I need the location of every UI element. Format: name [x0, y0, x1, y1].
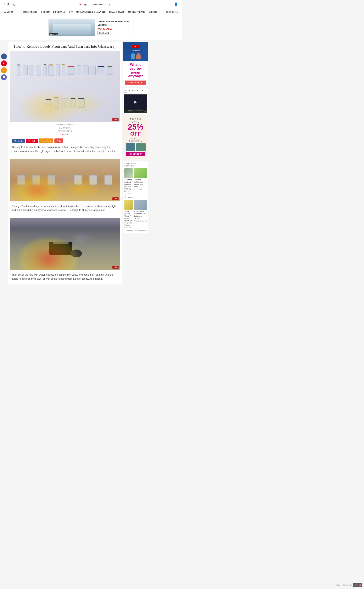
furniture-item-2 — [136, 143, 146, 151]
sidebar-pinterest-button[interactable]: P — [1, 60, 7, 66]
instagram-header-link[interactable]: ◎ — [12, 3, 15, 6]
share-email-button[interactable]: ✉ SHARE — [39, 138, 53, 143]
pin-button-hero[interactable]: Pinit — [112, 118, 119, 121]
heatmap-overlay-cooking — [10, 218, 120, 270]
nav-lifestyle[interactable]: LIFESTYLE — [53, 11, 65, 13]
sponsored-item-3[interactable]: Small Space? These 7 Decor Hacks Will Ke… — [124, 200, 133, 229]
sidebar-ad-cta[interactable]: LET US HELP — [125, 81, 146, 84]
ad-banner-container: JENN-AIR Create the Kitchen of Your Drea… — [0, 15, 182, 40]
sponsored-source-3: Chairish — [124, 227, 133, 229]
person-2 — [136, 53, 141, 59]
article-categories-label: CATEGORIES — [10, 130, 120, 132]
ad-brand: PACIFIC SALES — [98, 28, 131, 30]
ad-banner-text: Create the Kitchen of Your Dreams. PACIF… — [95, 19, 133, 36]
menu-button[interactable]: ☰ MENU — [4, 11, 13, 13]
facebook-header-link[interactable]: f — [4, 3, 5, 6]
user-account-icon[interactable]: 👤 — [174, 2, 178, 6]
article-title: How to Remove Labels From Jars (and Turn… — [10, 42, 120, 51]
video-section: AT VIDEO OF THE DAY ▶ ⏸ Loading ⛶ — [123, 88, 148, 114]
sidebar-escrow-ad[interactable]: AT Get Realtor® What's escrow mean anywa… — [123, 42, 148, 86]
west-elm-brand: west elm — [125, 118, 147, 120]
main-container: f P ✉ 💬 How to Remove Labels From Jars (… — [0, 40, 182, 286]
pinterest-header-link[interactable]: 𝗣 — [7, 3, 10, 6]
heatmap-overlay-hero — [10, 51, 120, 122]
share-count: ⬆ 19 — [54, 138, 63, 143]
search-icon: 🔍 — [175, 11, 178, 13]
nav-search[interactable]: SEARCH 🔍 — [166, 11, 178, 13]
partner-logo-text: Get Realtor® — [131, 49, 140, 51]
sponsored-img-2 — [134, 168, 147, 178]
sidebar-chat-button[interactable]: 💬 — [1, 74, 7, 80]
nav-design[interactable]: DESIGN — [41, 11, 50, 13]
logo-name: apartment therapy — [83, 3, 110, 6]
share-bar: f SHARE P Pin it ✉ SHARE ⬆ 19 — [10, 137, 120, 144]
article-para-3: Then cover the jars with water, squeeze … — [12, 273, 118, 281]
sidebar-email-button[interactable]: ✉ — [1, 67, 7, 73]
share-fb-label: SHARE — [15, 140, 23, 142]
video-play-icon: ▶ — [134, 99, 137, 104]
video-pause-button[interactable]: ⏸ — [125, 110, 127, 112]
sidebar-ad-image: AT Get Realtor® — [124, 42, 148, 61]
nav-marketplace[interactable]: MARKETPLACE — [128, 11, 145, 13]
west-elm-percent: 25% — [125, 123, 147, 131]
video-loading-text: Loading — [128, 110, 134, 112]
video-progress-bar[interactable] — [135, 110, 143, 111]
ad-logos: AT Get Realtor® — [131, 45, 141, 59]
article-body-2: Once you've finished a jar of whatever i… — [10, 203, 120, 216]
search-label: SEARCH — [166, 11, 175, 13]
west-elm-shop-button[interactable]: SHOP NOW — [126, 152, 145, 156]
article-author: by Edith Zimmerman — [56, 123, 74, 126]
west-elm-ad[interactable]: west elm UP TO 25% OFF SELECT FURNITURE … — [123, 116, 148, 160]
share-pinterest-button[interactable]: P Pin it — [26, 139, 38, 143]
sponsored-grid: Absolutely the Best Bedding I've Ever Sl… — [124, 168, 147, 229]
share-facebook-button[interactable]: f SHARE — [12, 139, 25, 143]
video-label: AT VIDEO OF THE DAY — [124, 89, 147, 94]
top-bar: f 𝗣 ◎ ❧ apartment therapy 👤 — [0, 0, 182, 9]
jenn-air-logo: JENN-AIR — [49, 33, 58, 35]
nav-videos[interactable]: VIDEOS — [149, 11, 158, 13]
ad-banner[interactable]: JENN-AIR Create the Kitchen of Your Drea… — [48, 19, 133, 36]
sponsored-item-4[interactable]: If You Own a Home You Are Entitled to $4… — [134, 200, 147, 229]
email-icon: ✉ — [41, 139, 43, 142]
share-pin-label: Pin it — [31, 140, 35, 142]
partner-logo-ad: Get Realtor® — [131, 48, 141, 52]
nav-bar: ☰ MENU HOUSE TOURS DESIGN LIFESTYLE DIY … — [0, 9, 182, 15]
sponsored-label: SPONSORED STORIES — [124, 163, 147, 167]
nav-organizing[interactable]: ORGANIZING & CLEANING — [76, 11, 106, 13]
sponsored-title-3: Small Space? These 7 Decor Hacks Will Ke… — [124, 211, 133, 226]
sponsored-item-1[interactable]: Absolutely the Best Bedding I've Ever Sl… — [124, 168, 133, 199]
sidebar-right: AT Get Realtor® What's escrow mean anywa… — [122, 42, 150, 285]
west-elm-select: SELECT FURNITURE — [125, 138, 147, 142]
article-para-2: Once you've finished a jar of whatever i… — [12, 204, 118, 213]
heatmap-overlay-process — [10, 159, 120, 201]
nav-house-tours[interactable]: HOUSE TOURS — [21, 11, 38, 13]
nav-realestate[interactable]: REAL ESTATE — [109, 11, 124, 13]
site-logo[interactable]: ❧ apartment therapy — [15, 2, 174, 7]
west-elm-furniture — [125, 143, 147, 151]
people-illustration — [131, 53, 141, 59]
sponsored-item-2[interactable]: We Tried HelloFresh: Here's How It Went … — [134, 168, 147, 199]
logo-icon: ❧ — [78, 2, 82, 7]
share-count-icon: ⬆ — [56, 139, 58, 142]
at-logo-ad: AT — [132, 45, 140, 48]
sponsored-source-4: financialdaily.org — [134, 220, 147, 222]
pin-button-cooking[interactable]: Pinit — [112, 266, 119, 269]
sidebar-facebook-button[interactable]: f — [1, 53, 7, 59]
sponsored-img-3 — [124, 200, 133, 210]
ad-banner-image: JENN-AIR — [49, 19, 95, 36]
at-logo-text: AT — [135, 45, 136, 47]
nav-diy[interactable]: DIY — [69, 11, 73, 13]
sponsored-source-1: A Cup of Jo | Brooklinen — [124, 193, 133, 199]
video-thumbnail[interactable]: ▶ — [124, 94, 147, 109]
cooking-image-wrap: Pinit — [10, 218, 120, 270]
nav-links: HOUSE TOURS DESIGN LIFESTYLE DIY ORGANIZ… — [17, 11, 162, 13]
ad-cta-button[interactable]: Learn More — [98, 31, 111, 35]
video-controls: ⏸ Loading ⛶ — [124, 109, 147, 113]
video-fullscreen-button[interactable]: ⛶ — [144, 110, 146, 112]
sidebar-left: f P ✉ 💬 — [0, 42, 8, 285]
article-date: Mar 29, 2017 — [59, 127, 71, 129]
article-category-link[interactable]: How to — [62, 134, 68, 136]
sponsored-title-4: If You Own a Home You Are Entitled to $4… — [134, 211, 147, 220]
pin-button-process[interactable]: Pinit — [112, 197, 119, 200]
pin-icon: P — [28, 140, 30, 142]
